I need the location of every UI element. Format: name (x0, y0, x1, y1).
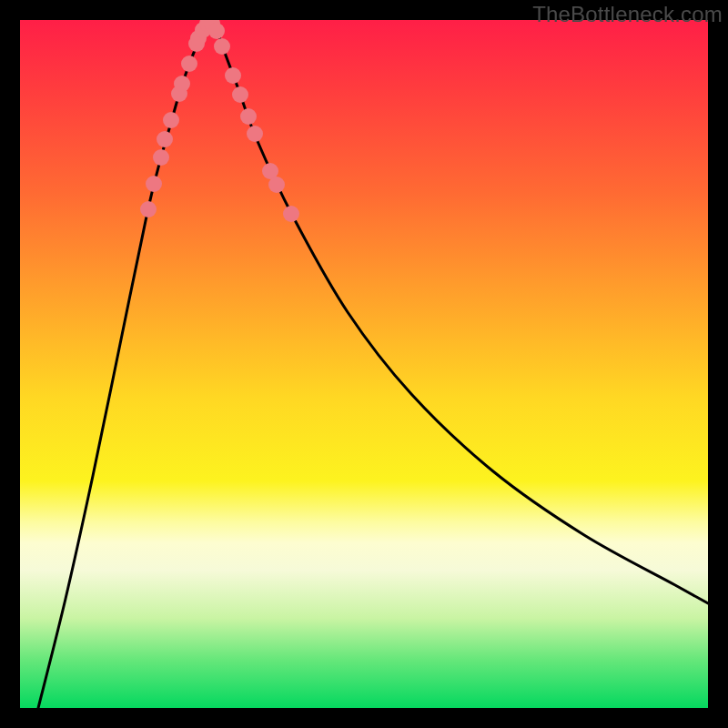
data-point (163, 112, 179, 128)
watermark-text: TheBottleneck.com (532, 2, 723, 27)
data-point (208, 23, 225, 39)
data-point (174, 76, 190, 92)
data-point (181, 56, 197, 72)
data-point (225, 67, 241, 84)
bottleneck-curve (38, 23, 708, 708)
data-point (146, 176, 162, 192)
data-point (153, 149, 169, 166)
data-point (268, 177, 285, 193)
data-point (283, 206, 299, 222)
data-point (214, 38, 230, 55)
data-point (247, 126, 263, 142)
data-point (140, 201, 157, 217)
data-point (157, 131, 173, 147)
data-point (232, 86, 248, 103)
data-point (240, 108, 257, 125)
chart-svg (20, 20, 708, 708)
chart-frame: TheBottleneck.com (0, 0, 728, 728)
plot-area (20, 20, 708, 708)
